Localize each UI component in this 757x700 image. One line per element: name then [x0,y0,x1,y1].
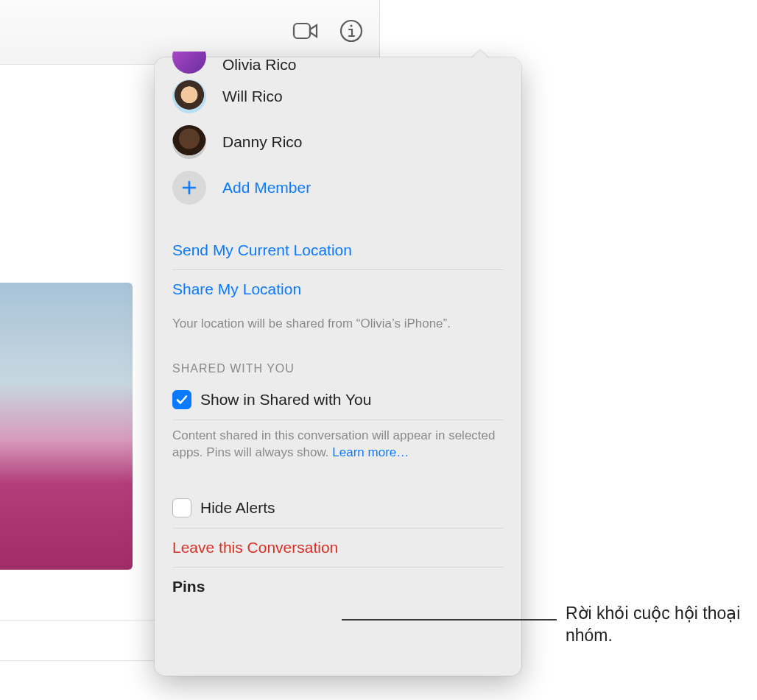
send-current-location-link[interactable]: Send My Current Location [172,231,504,269]
shared-with-you-hint: Content shared in this conversation will… [172,420,504,464]
plus-icon [172,171,206,205]
learn-more-link[interactable]: Learn more… [332,445,409,459]
member-name: Will Rico [222,88,283,105]
share-my-location-link[interactable]: Share My Location [172,270,504,308]
callout-text: Rời khỏi cuộc hội thoại nhóm. [566,602,748,647]
member-row[interactable]: Danny Rico [172,119,504,165]
video-icon [292,18,319,44]
hide-alerts-checkbox[interactable]: Hide Alerts [172,491,504,528]
background-photo [0,283,133,570]
leave-conversation-button[interactable]: Leave this Conversation [172,528,504,567]
shared-with-you-header: SHARED WITH YOU [172,336,504,383]
add-member-button[interactable]: Add Member [172,165,504,211]
info-icon [338,18,365,44]
svg-point-2 [350,24,352,26]
svg-rect-0 [294,24,310,38]
share-location-hint: Your location will be shared from “Olivi… [172,308,504,336]
avatar [172,79,206,113]
avatar [172,52,206,74]
checkbox-icon [172,498,191,517]
checkbox-label: Show in Shared with You [200,391,371,409]
member-row[interactable]: Will Rico [172,74,504,119]
member-name: Danny Rico [222,133,303,151]
show-in-shared-with-you-checkbox[interactable]: Show in Shared with You [172,383,504,420]
avatar [172,125,206,159]
member-row[interactable]: Olivia Rico [172,52,504,74]
callout-leader-line [342,619,557,621]
details-popover: Olivia Rico Will Rico Danny Rico Add Mem… [155,57,521,676]
video-call-button[interactable] [291,16,320,46]
pins-section-header: Pins [172,568,504,595]
member-name: Olivia Rico [222,56,296,74]
add-member-label: Add Member [222,179,311,197]
checkmark-icon [175,393,189,406]
details-info-button[interactable] [337,16,366,46]
checkbox-icon [172,390,191,409]
checkbox-label: Hide Alerts [200,499,275,517]
